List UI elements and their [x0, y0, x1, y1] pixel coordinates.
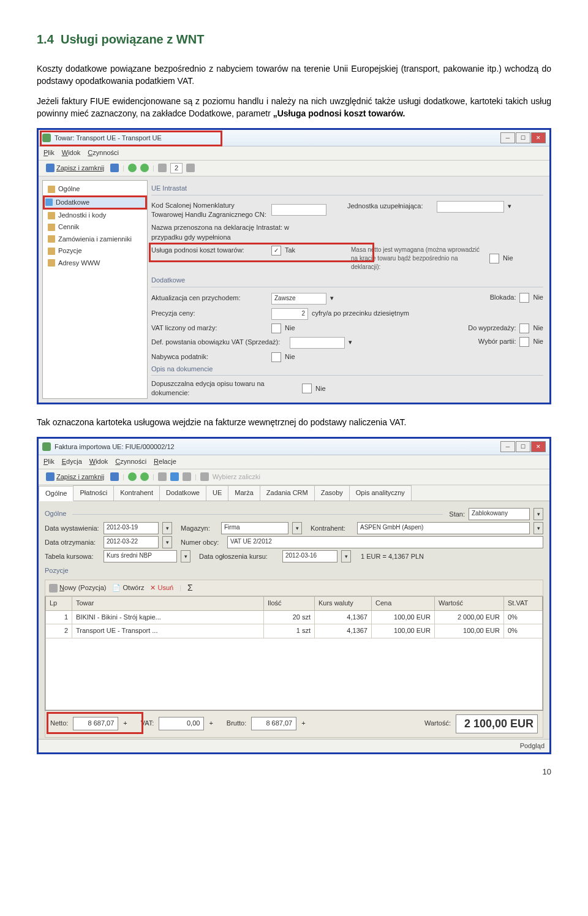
- label-vatm: VAT liczony od marży:: [151, 324, 268, 333]
- dropdown-icon[interactable]: ▾: [533, 508, 543, 520]
- menu-widok[interactable]: Widok: [89, 457, 108, 466]
- tree-zamowienia[interactable]: Zamówienia i zamienniki: [43, 233, 147, 245]
- col-towar[interactable]: Towar: [72, 597, 264, 610]
- table-row[interactable]: 1 BIKINI - Bikini - Strój kąpie... 20 sz…: [46, 610, 543, 624]
- tree-pozycje[interactable]: Pozycje: [43, 245, 147, 257]
- checkbox-nab[interactable]: [271, 352, 281, 362]
- plus-button[interactable]: +: [301, 719, 305, 728]
- nav-back-icon[interactable]: [128, 164, 137, 172]
- field-numer-obcy[interactable]: VAT UE 2/2012: [227, 536, 543, 548]
- label-vat: VAT:: [141, 719, 154, 728]
- menu-plik[interactable]: Plik: [43, 148, 55, 157]
- maximize-button[interactable]: ☐: [516, 132, 530, 143]
- menu-widok[interactable]: Widok: [62, 148, 81, 157]
- checkbox-dop[interactable]: [302, 384, 312, 393]
- checkbox-usluga[interactable]: ✓: [271, 246, 281, 255]
- dropdown-icon[interactable]: ▾: [162, 536, 172, 548]
- field-def[interactable]: [290, 337, 345, 349]
- dropdown-icon[interactable]: ▾: [533, 522, 543, 534]
- tab-marza[interactable]: Marża: [228, 485, 260, 501]
- maximize-button[interactable]: ☐: [516, 441, 530, 452]
- close-button[interactable]: ✕: [531, 132, 546, 143]
- checkbox-wyb[interactable]: [519, 337, 529, 347]
- label-akt: Aktualizacja cen przychodem:: [151, 293, 268, 303]
- col-cena[interactable]: Cena: [372, 597, 435, 610]
- group-pozycje: Pozycje: [45, 566, 543, 575]
- usun-button[interactable]: ✕ Usuń: [150, 583, 173, 592]
- tool-icon-2[interactable]: [186, 164, 195, 172]
- dropdown-icon[interactable]: ▾: [341, 550, 351, 562]
- field-data-ogl[interactable]: 2012-03-16: [282, 550, 337, 562]
- minimize-button[interactable]: ─: [500, 441, 515, 452]
- otworz-button[interactable]: 📄 Otwórz: [112, 583, 144, 592]
- field-akt[interactable]: Zawsze: [271, 293, 326, 305]
- pozycje-grid: Lp Towar Ilość Kurs waluty Cena Wartość …: [45, 596, 543, 710]
- label-data-wyst: Data wystawienia:: [45, 524, 100, 533]
- menu-relacje[interactable]: Relacje: [154, 457, 176, 466]
- tool-icon[interactable]: [170, 472, 179, 481]
- checkbox-masa[interactable]: [489, 254, 499, 263]
- tool-icon[interactable]: [158, 472, 167, 481]
- col-wartosc[interactable]: Wartość: [435, 597, 504, 610]
- dropdown-icon[interactable]: ▾: [162, 522, 172, 534]
- tab-kontrahent[interactable]: Kontrahent: [113, 485, 160, 501]
- nav-fwd-icon[interactable]: [140, 472, 149, 481]
- minimize-button[interactable]: ─: [500, 132, 515, 143]
- plus-button[interactable]: +: [123, 719, 127, 728]
- menu-czynnosci[interactable]: Czynności: [88, 148, 119, 157]
- field-prec[interactable]: 2: [271, 308, 308, 320]
- tool-icon[interactable]: [183, 472, 191, 481]
- nav-back-icon[interactable]: [128, 472, 137, 481]
- menu-plik[interactable]: Plik: [43, 457, 55, 466]
- tab-ue[interactable]: UE: [206, 485, 228, 501]
- field-data-otrz[interactable]: 2012-03-22: [104, 536, 159, 548]
- dropdown-icon[interactable]: ▾: [508, 202, 511, 211]
- tree-adresy[interactable]: Adresy WWW: [43, 257, 147, 269]
- field-stan[interactable]: Zablokowany: [469, 508, 530, 520]
- tree-jednostki[interactable]: Jednostki i kody: [43, 210, 147, 221]
- menu-czynnosci[interactable]: Czynności: [115, 457, 146, 466]
- tab-dodatkowe[interactable]: Dodatkowe: [159, 485, 206, 501]
- plus-button[interactable]: +: [209, 719, 213, 728]
- save-icon[interactable]: [110, 472, 119, 481]
- checkbox-vatm[interactable]: [271, 324, 281, 333]
- table-row[interactable]: 2 Transport UE - Transport ... 1 szt 4,1…: [46, 624, 543, 638]
- field-jed-uz[interactable]: [437, 201, 504, 213]
- save-icon[interactable]: [110, 164, 119, 172]
- sigma-button[interactable]: Σ: [187, 582, 193, 594]
- counter-box: 2: [170, 163, 183, 173]
- close-button[interactable]: ✕: [531, 441, 546, 452]
- tab-zasoby[interactable]: Zasoby: [314, 485, 350, 501]
- checkbox-blok[interactable]: [519, 293, 529, 303]
- col-stvat[interactable]: St.VAT: [504, 597, 543, 610]
- label-dop: Dopuszczalna edycja opisu towaru na doku…: [151, 379, 298, 398]
- tab-zadania[interactable]: Zadania CRM: [260, 485, 315, 501]
- dropdown-icon[interactable]: ▾: [292, 522, 302, 534]
- tab-platnosci[interactable]: Płatności: [73, 485, 114, 501]
- col-lp[interactable]: Lp: [46, 597, 72, 610]
- label-tabela: Tabela kursowa:: [45, 552, 100, 561]
- field-magazyn[interactable]: Firma: [221, 522, 288, 534]
- tree-dodatkowe[interactable]: Dodatkowe: [43, 195, 147, 210]
- tool-icon-1[interactable]: [158, 164, 167, 172]
- tab-opis[interactable]: Opis analityczny: [349, 485, 412, 501]
- nav-fwd-icon[interactable]: [140, 164, 149, 172]
- field-tabela[interactable]: Kurs średni NBP: [104, 550, 177, 562]
- col-ilosc[interactable]: Ilość: [264, 597, 315, 610]
- checkbox-wypr[interactable]: [519, 324, 529, 333]
- nowy-pozycja-button[interactable]: Nowy (Pozycja): [49, 583, 106, 592]
- save-close-button[interactable]: Zapisz i zamknij: [43, 472, 107, 482]
- tree-ogolne[interactable]: Ogólne: [43, 183, 147, 195]
- save-close-button[interactable]: Zapisz i zamknij: [43, 163, 107, 173]
- menu-edycja[interactable]: Edycja: [62, 457, 82, 466]
- field-kontrahent[interactable]: ASPEN GmbH (Aspen): [357, 522, 530, 534]
- tree-cennik[interactable]: Cennik: [43, 221, 147, 233]
- dropdown-icon[interactable]: ▾: [330, 293, 334, 303]
- dropdown-icon[interactable]: ▾: [181, 550, 190, 562]
- field-kod-cn[interactable]: [271, 204, 326, 216]
- field-data-wyst[interactable]: 2012-03-19: [104, 522, 159, 534]
- wybierz-zaliczki[interactable]: Wybierz zaliczki: [213, 472, 260, 482]
- tab-ogolne[interactable]: Ogólne: [39, 486, 74, 501]
- col-kurs[interactable]: Kurs waluty: [315, 597, 372, 610]
- tool-icon[interactable]: [200, 472, 209, 481]
